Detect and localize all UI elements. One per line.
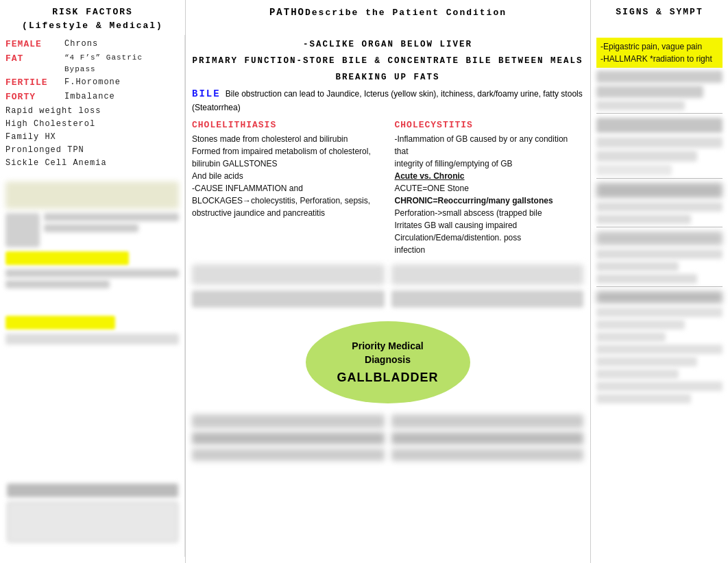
organ-line2: PRIMARY FUNCTION-STORE BILE & CONCENTRAT… bbox=[192, 54, 583, 68]
middle-panel-patho: -SACLIKE ORGAN BELOW LIVER PRIMARY FUNCT… bbox=[185, 35, 591, 557]
risk-forty-label: FORTY bbox=[5, 90, 60, 105]
blurred-bottom-mid bbox=[192, 414, 583, 461]
blurred-zone-left bbox=[5, 182, 179, 345]
signs-text1: -Epigastric pain, vague pain bbox=[600, 40, 718, 53]
signs-header: SIGNS & SYMPT bbox=[591, 5, 728, 32]
risk-forty-line: FORTY Imbalance bbox=[5, 90, 179, 105]
left-panel-risk: FEMALE Chrons FAT “4 F’s” Gastric Bypass… bbox=[0, 35, 185, 557]
cholelithiasis-text1: Stones made from cholesterol and bilirub… bbox=[192, 133, 381, 145]
page-container: RISK FACTORS (Lifestyle & Medical) PATHO… bbox=[0, 0, 728, 563]
cholelithiasis-text4: -CAUSE INFLAMMATION and BLOCKAGES→cholec… bbox=[192, 182, 381, 219]
risk-factors-header: RISK FACTORS (Lifestyle & Medical) bbox=[0, 5, 185, 32]
risk-title-line2: (Lifestyle & Medical) bbox=[0, 19, 185, 33]
chronic-bold-text: CHRONIC=Reoccurring/many gallstones bbox=[395, 196, 553, 205]
acute-chronic-title: Acute vs. Chronic bbox=[395, 170, 584, 182]
bottom-left-blurred bbox=[7, 484, 178, 542]
blurred-right-content bbox=[596, 71, 723, 403]
risk-title-line1: RISK FACTORS bbox=[0, 5, 185, 19]
cholecystitis-box: CHOLECYSTITIS -Inflammation of GB caused… bbox=[395, 120, 584, 256]
irritates-text: Irritates GB wall causing impaired bbox=[395, 219, 584, 232]
signs-yellow-section: -Epigastric pain, vague pain -HALLMARK *… bbox=[596, 38, 723, 68]
separator-4 bbox=[596, 286, 723, 287]
cholelithiasis-text3: And bile acids bbox=[192, 170, 381, 182]
patho-header: PATHODescribe the Patient Condition bbox=[185, 5, 591, 32]
risk-item-2: High Cholesterol bbox=[5, 118, 179, 131]
risk-fertile-desc: F.Horomone bbox=[60, 76, 121, 90]
priority-label-line1: Priority Medical bbox=[352, 340, 423, 353]
chronic-text: CHRONIC=Reoccurring/many gallstones bbox=[395, 195, 584, 207]
priority-diagnosis: GALLBLADDER bbox=[337, 371, 439, 385]
priority-oval-container: Priority Medical Diagnosis GALLBLADDER bbox=[192, 321, 583, 403]
cholelithiasis-title: CHOLELITHIASIS bbox=[192, 120, 381, 130]
risk-female-desc: Chrons bbox=[60, 38, 98, 52]
divider-left bbox=[185, 0, 186, 563]
separator-2 bbox=[596, 178, 723, 179]
risk-fertile-label: FERTILE bbox=[5, 76, 60, 90]
divider-right bbox=[590, 0, 591, 563]
signs-text2: -HALLMARK *radiation to right bbox=[600, 53, 718, 65]
bile-label: BILE bbox=[192, 88, 221, 99]
cholecystitis-text1: -Inflammation of GB caused by or any con… bbox=[395, 133, 584, 158]
risk-fertile-line: FERTILE F.Horomone bbox=[5, 76, 179, 90]
cholelithiasis-box: CHOLELITHIASIS Stones made from choleste… bbox=[192, 120, 381, 256]
cholecystitis-title: CHOLECYSTITIS bbox=[395, 120, 584, 130]
priority-oval: Priority Medical Diagnosis GALLBLADDER bbox=[306, 321, 470, 403]
cholelithiasis-text2: Formed from impaired metabolism of chole… bbox=[192, 145, 381, 170]
header-row: RISK FACTORS (Lifestyle & Medical) PATHO… bbox=[0, 0, 728, 35]
risk-fat-desc: “4 F’s” Gastric Bypass bbox=[60, 52, 179, 76]
cholecystitis-text2: integrity of filling/emptying of GB bbox=[395, 158, 584, 170]
acute-text: ACUTE=ONE Stone bbox=[395, 182, 584, 195]
risk-fat-label: FAT bbox=[5, 52, 60, 76]
risk-item-1: Rapid weight loss bbox=[5, 105, 179, 118]
organ-line3: BREAKING UP FATS bbox=[192, 71, 583, 84]
risk-forty-desc: Imbalance bbox=[60, 90, 115, 105]
blurred-mid-section bbox=[192, 264, 583, 308]
risk-fat-line: FAT “4 F’s” Gastric Bypass bbox=[5, 52, 179, 76]
perforation-text: Perforation->small abscess (trapped bile bbox=[395, 207, 584, 219]
patho-label: PATHO bbox=[269, 7, 305, 18]
risk-female-label: FEMALE bbox=[5, 38, 60, 52]
priority-label-line2: Diagnosis bbox=[365, 353, 411, 367]
patho-describe: Describe the Patient Condition bbox=[305, 8, 507, 18]
infection-text: infection bbox=[395, 244, 584, 256]
main-content: FEMALE Chrons FAT “4 F’s” Gastric Bypass… bbox=[0, 35, 728, 557]
signs-label: SIGNS & SYMPT bbox=[616, 7, 703, 17]
separator-1 bbox=[596, 113, 723, 114]
circulation-text: Circulation/Edema/distention. poss bbox=[395, 232, 584, 244]
right-panel-signs: -Epigastric pain, vague pain -HALLMARK *… bbox=[591, 35, 728, 557]
separator-3 bbox=[596, 227, 723, 227]
risk-female-line: FEMALE Chrons bbox=[5, 38, 179, 52]
organ-line1: -SACLIKE ORGAN BELOW LIVER bbox=[192, 38, 583, 51]
risk-item-4: Pronlonged TPN bbox=[5, 144, 179, 157]
risk-item-3: Family HX bbox=[5, 131, 179, 144]
bile-section: BILE Bile obstruction can lead to Jaundi… bbox=[192, 87, 583, 114]
cholelith-cholecyst-row: CHOLELITHIASIS Stones made from choleste… bbox=[192, 120, 583, 256]
risk-item-5: Sickle Cell Anemia bbox=[5, 157, 179, 170]
bile-desc: Bile obstruction can lead to Jaundice, I… bbox=[192, 89, 583, 112]
